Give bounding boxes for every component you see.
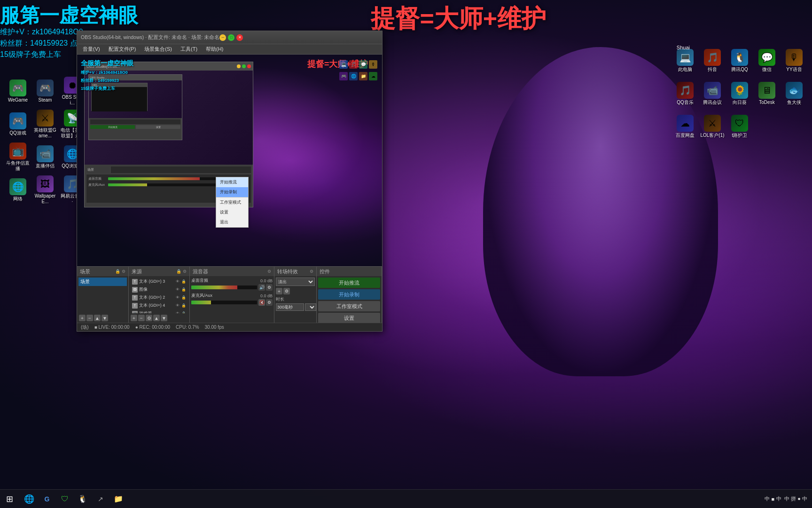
eye-icon[interactable]: 👁: [176, 279, 180, 284]
sources-up-btn[interactable]: ▲: [153, 315, 160, 321]
nested-start-stream[interactable]: 开始推流: [90, 125, 135, 129]
sources-settings-btn[interactable]: ⚙: [146, 315, 152, 321]
track1-settings-btn[interactable]: ⚙: [266, 284, 273, 291]
ctx-start-rec-mini[interactable]: 开始录制: [216, 187, 248, 197]
icon-tencent-qq[interactable]: 🐧 腾讯QQ: [726, 45, 753, 77]
eye-icon3[interactable]: 👁: [176, 295, 180, 300]
start-recording-button[interactable]: 开始录制: [318, 289, 380, 300]
ctx-start-stream-mini[interactable]: 开始推流: [216, 177, 248, 187]
taskbar-qq[interactable]: 🐧: [74, 491, 91, 508]
scenes-up-btn[interactable]: ▲: [94, 315, 101, 321]
status-mode: (场): [81, 324, 89, 331]
controls-panel: 控件 开始推流 开始录制 工作室模式 设置 退出: [317, 267, 382, 323]
icon-label-live: 直播伴侣: [36, 163, 55, 169]
icon-douyu[interactable]: 📺 斗鱼伴侣直播: [5, 141, 31, 173]
icon-qqmusic[interactable]: 🎵 QQ音乐: [672, 78, 698, 110]
system-clock[interactable]: 中 拼 ● 中: [784, 495, 807, 502]
lock-icon2[interactable]: 🔒: [181, 287, 186, 292]
icon-qq-game[interactable]: 🎮 QQ游戏: [5, 108, 31, 140]
taskbar-arrow[interactable]: ↗: [92, 491, 109, 508]
icon-todesk[interactable]: 🖥 ToDesk: [754, 78, 780, 110]
source-game[interactable]: 🎮 游戏源 👁 🔒: [130, 310, 188, 313]
sources-add-btn[interactable]: +: [131, 315, 137, 321]
source-image[interactable]: 🖼 图像 👁 🔒: [130, 286, 188, 294]
sources-lock-icon[interactable]: 🔒: [176, 269, 181, 274]
studio-mode-button[interactable]: 工作室模式: [318, 301, 380, 311]
icon-network[interactable]: 🌐 网络: [5, 174, 31, 206]
mini-minimize[interactable]: [237, 64, 241, 68]
source-text2-vis: 👁 🔒: [176, 295, 186, 300]
settings-button[interactable]: 设置: [318, 313, 380, 323]
eye-icon2[interactable]: 👁: [176, 287, 180, 292]
duration-unit[interactable]: ▼: [305, 303, 316, 311]
source-text3[interactable]: T 文本 (GDI+) 3 👁 🔒: [130, 278, 188, 286]
transition-add-btn[interactable]: +: [276, 288, 282, 294]
icon-wechat[interactable]: 💬 微信: [754, 45, 780, 77]
mixer-icons: ⚙: [267, 269, 271, 274]
icon-live[interactable]: 📹 直播伴侣: [32, 141, 58, 173]
lock-icon3[interactable]: 🔒: [181, 295, 186, 300]
icon-sunflower[interactable]: 🌻 向日葵: [726, 78, 753, 110]
transition-dropdown[interactable]: 淡出: [276, 278, 315, 286]
start-button[interactable]: ⊞: [0, 490, 19, 508]
mini-maximize[interactable]: [242, 64, 246, 68]
transition-settings-btn2[interactable]: ⚙: [283, 288, 290, 294]
duration-input[interactable]: [276, 303, 304, 311]
ctx-settings-mini[interactable]: 设置: [216, 207, 248, 217]
scenes-remove-btn[interactable]: −: [86, 315, 93, 321]
steam-icon: 🎮: [37, 79, 54, 96]
ctx-exit-mini[interactable]: 退出: [216, 217, 248, 227]
taskbar-google[interactable]: G: [39, 491, 55, 508]
source-text3-vis: 👁 🔒: [176, 279, 186, 284]
icon-lol-client[interactable]: ⚔ LOL客户(1): [699, 111, 726, 143]
icon-steam[interactable]: 🎮 Steam: [32, 75, 58, 107]
nested-settings[interactable]: 设置: [136, 125, 180, 129]
eye-icon4[interactable]: 👁: [176, 303, 180, 308]
scenes-add-btn[interactable]: +: [79, 315, 86, 321]
transitions-body: 淡出 + ⚙ 时长 ▼: [274, 276, 316, 323]
menu-tools[interactable]: 工具(T): [177, 45, 201, 54]
icon-baidu-disk[interactable]: ☁ 百度网盘: [672, 111, 698, 143]
sources-down-btn[interactable]: ▼: [161, 315, 167, 321]
track2-settings-btn[interactable]: ⚙: [266, 299, 273, 306]
menu-scenes[interactable]: 场景集合(S): [141, 45, 176, 54]
sources-remove-btn[interactable]: −: [138, 315, 145, 321]
scenes-down-btn[interactable]: ▼: [102, 315, 108, 321]
menu-audio[interactable]: 音量(V): [79, 45, 104, 54]
menu-help[interactable]: 帮助(H): [202, 45, 227, 54]
scene-item-default[interactable]: 场景: [78, 278, 127, 286]
sources-settings-icon[interactable]: ⚙: [183, 269, 187, 274]
icon-wegame[interactable]: 🎮 WeGame: [5, 75, 31, 107]
close-button[interactable]: ✕: [236, 34, 243, 41]
icon-wallpaper[interactable]: 🖼 Wallpaper E...: [32, 174, 58, 206]
lock-icon4[interactable]: 🔒: [181, 303, 186, 308]
taskbar-360[interactable]: 🛡: [56, 491, 73, 508]
source-text4[interactable]: T 文本 (GDI+) 4 👁 🔒: [130, 302, 188, 310]
source-text2[interactable]: T 文本 (GDI+) 2 👁 🔒: [130, 294, 188, 302]
scenes-settings-icon[interactable]: ⚙: [122, 269, 125, 274]
status-fps: 30.00 fps: [205, 325, 224, 330]
scenes-lock-icon[interactable]: 🔒: [115, 269, 120, 274]
track2-mute-btn[interactable]: 🔇: [258, 299, 265, 306]
ctx-studio-mini[interactable]: 工作室模式: [216, 198, 248, 207]
track1-mute-btn[interactable]: 🔊: [258, 284, 265, 291]
maximize-button[interactable]: □: [228, 34, 234, 41]
obs-bottom-panels: 场景 🔒 ⚙ 场景 + − ▲ ▼ 来源 🔒 ⚙: [77, 266, 382, 323]
taskbar-chrome[interactable]: 🌐: [21, 491, 38, 508]
lock-icon[interactable]: 🔒: [181, 279, 186, 284]
icon-360-guard[interactable]: 🛡 t路护卫: [726, 111, 753, 143]
transitions-settings-icon[interactable]: ⚙: [310, 269, 313, 274]
taskbar-folder[interactable]: 📁: [110, 491, 127, 508]
mixer-settings-icon[interactable]: ⚙: [267, 269, 271, 274]
menu-profile[interactable]: 配置文件(P): [105, 45, 140, 54]
minimize-button[interactable]: ─: [219, 34, 226, 41]
mini-close[interactable]: [247, 64, 251, 68]
icon-tencent-meeting[interactable]: 📹 腾讯会议: [699, 78, 726, 110]
start-stream-button[interactable]: 开始推流: [318, 278, 380, 288]
icon-yy[interactable]: 🎙 YY语音: [781, 45, 807, 77]
icon-tiktok[interactable]: 🎵 抖音: [699, 45, 726, 77]
transition-selector: 淡出: [276, 278, 315, 286]
icon-lol[interactable]: ⚔ 英雄联盟Game...: [32, 108, 58, 140]
icon-fish[interactable]: 🐟 鱼大侠: [781, 78, 807, 110]
source-text4-label: 文本 (GDI+) 4: [139, 302, 165, 309]
